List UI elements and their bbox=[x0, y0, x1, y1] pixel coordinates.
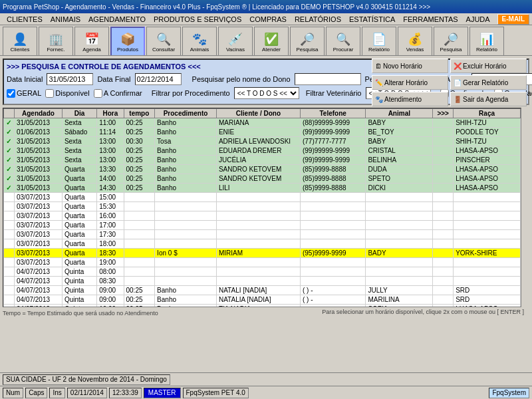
row-cell-tel bbox=[300, 277, 365, 286]
toolbar-vacinas[interactable]: 💉Vacinas bbox=[218, 27, 253, 56]
table-row[interactable]: 04/07/2013Quinta08:30 bbox=[4, 277, 521, 286]
table-row[interactable]: 03/07/2013Quarta19:00 bbox=[4, 258, 521, 267]
row-check-cell bbox=[4, 295, 15, 305]
data-inicial-input[interactable] bbox=[47, 73, 93, 85]
table-row[interactable]: ✓31/05/2013Quarta13:3000:25BanhoSANDRO K… bbox=[4, 165, 521, 174]
col-tempo: tempo bbox=[124, 109, 155, 118]
row-cell-tel: ( ) - bbox=[300, 286, 365, 295]
row-cell-tempo: 00:25 bbox=[124, 156, 155, 165]
toolbar-clientes[interactable]: 👤Clientes bbox=[3, 27, 37, 56]
menu-ferramentas[interactable]: FERRAMENTAS bbox=[399, 13, 462, 25]
table-row[interactable]: 03/07/2013Quarta15:30 bbox=[4, 202, 521, 211]
table-row[interactable]: ✓31/05/2013Sexta11:0000:25BanhoMARIANA(8… bbox=[4, 118, 521, 128]
table-row[interactable]: ✓31/05/2013Sexta13:0000:25BanhoJUCÉLIA(9… bbox=[4, 156, 521, 165]
footnote-right: Para selecionar um horário disponível, c… bbox=[322, 309, 524, 315]
aconfirmar-checkbox-label[interactable]: A Confirmar bbox=[94, 89, 142, 98]
row-cell-animal: DUDA bbox=[366, 165, 433, 174]
row-cell-animal: JULLY bbox=[366, 286, 433, 295]
status-master: MASTER bbox=[144, 388, 181, 398]
table-row[interactable]: ✓31/05/2013Quarta14:0000:25BanhoSANDRO K… bbox=[4, 174, 521, 184]
row-cell-hora: 18:00 bbox=[97, 239, 124, 249]
row-cell-proc: Banho bbox=[155, 286, 217, 295]
atendimento-button[interactable]: 🐾 Atendimento bbox=[372, 92, 448, 106]
toolbar-vendas[interactable]: 💰Vendas bbox=[398, 27, 432, 56]
email-button[interactable]: E-MAIL bbox=[497, 14, 529, 25]
table-row[interactable]: 03/07/2013Quarta15:00 bbox=[4, 193, 521, 202]
row-cell-animal bbox=[366, 277, 433, 286]
row-cell-tempo: 00:25 bbox=[124, 295, 155, 305]
menu-clientes[interactable]: CLIENTES bbox=[3, 13, 47, 25]
pesquisar-dono-input[interactable] bbox=[295, 73, 361, 85]
row-cell-tel: (85)9999-8888 bbox=[300, 184, 365, 193]
row-cell-hora: 13:30 bbox=[97, 165, 124, 174]
menu-animais[interactable]: ANIMAIS bbox=[47, 13, 84, 25]
row-cell-dono: JUCÉLIA bbox=[216, 156, 300, 165]
row-cell-proc: Banho bbox=[155, 146, 217, 156]
aconfirmar-checkbox[interactable] bbox=[94, 89, 102, 98]
menu-relatorios[interactable]: RELATÓRIOS bbox=[291, 13, 345, 25]
excluir-horario-button[interactable]: ❌ Excluir Horário bbox=[450, 59, 527, 73]
toolbar-relatorio1[interactable]: 📄Relatório bbox=[362, 27, 396, 56]
table-row[interactable]: 04/07/2013Quinta10:0000:25BanhoTIA NADIA… bbox=[4, 305, 521, 308]
menu-estatistica[interactable]: ESTATÍSTICA bbox=[345, 13, 399, 25]
table-row[interactable]: ✓31/05/2013Sexta13:0000:25BanhoEDUARDA D… bbox=[4, 146, 521, 156]
appointments-table-container[interactable]: Agendado Dia Hora tempo Procedimento Cli… bbox=[3, 108, 521, 307]
row-cell-dono bbox=[216, 221, 300, 230]
table-row[interactable]: 03/07/2013Quarta18:00 bbox=[4, 239, 521, 249]
toolbar-procurar[interactable]: 🔍Procurar bbox=[326, 27, 360, 56]
row-cell-extra bbox=[433, 286, 454, 295]
table-row[interactable]: ✓31/05/2013Quarta14:3000:25BanhoLILI(85)… bbox=[4, 184, 521, 193]
table-row[interactable]: 03/07/2013Quarta16:00 bbox=[4, 211, 521, 221]
toolbar-pesquisa1[interactable]: 🔎Pesquisa bbox=[290, 27, 325, 56]
menu-ajuda[interactable]: AJUDA bbox=[462, 13, 494, 25]
data-final-input[interactable] bbox=[135, 73, 182, 85]
toolbar-agenda[interactable]: 📅Agenda bbox=[74, 27, 109, 56]
row-cell-animal bbox=[366, 193, 433, 202]
table-row[interactable]: 04/07/2013Quinta08:00 bbox=[4, 267, 521, 277]
row-cell-extra bbox=[433, 277, 454, 286]
toolbar-relatorio2[interactable]: 📊Relatório bbox=[469, 27, 504, 56]
status-current-date: 02/11/2014 bbox=[67, 388, 107, 398]
novo-horario-button[interactable]: 🗓 Novo Horário bbox=[372, 59, 448, 73]
row-cell-hora: 17:00 bbox=[97, 221, 124, 230]
table-row[interactable]: 03/07/2013Quarta17:30 bbox=[4, 230, 521, 239]
row-cell-dono: SANDRO KETOVEM bbox=[216, 165, 300, 174]
row-cell-tel bbox=[300, 305, 365, 308]
row-cell-tempo: 00:25 bbox=[124, 174, 155, 184]
table-row[interactable]: 03/07/2013Quarta17:00 bbox=[4, 221, 521, 230]
menu-produtos[interactable]: PRODUTOS E SERVIÇOS bbox=[150, 13, 245, 25]
row-cell-extra bbox=[433, 249, 454, 258]
geral-checkbox[interactable] bbox=[7, 89, 15, 98]
edit-icon: ✏️ bbox=[375, 79, 383, 86]
toolbar-atender[interactable]: ✅Atender bbox=[254, 27, 289, 56]
table-row[interactable]: 04/07/2013Quinta09:0000:25BanhoNATALIA [… bbox=[4, 295, 521, 305]
geral-checkbox-label[interactable]: GERAL bbox=[7, 89, 41, 98]
row-cell-raca: POODLE TOY bbox=[454, 128, 521, 137]
disponivel-checkbox[interactable] bbox=[45, 89, 54, 98]
table-row[interactable]: ✓01/06/2013Sábado11:1400:25BanhoENIE(99)… bbox=[4, 128, 521, 137]
table-row[interactable]: 04/07/2013Quinta09:0000:25BanhoNATALI [N… bbox=[4, 286, 521, 295]
disponivel-checkbox-label[interactable]: Disponível bbox=[45, 89, 89, 98]
toolbar-fornec[interactable]: 🏢Fornec. bbox=[39, 27, 73, 56]
row-cell-dia: Quinta bbox=[62, 295, 96, 305]
status-fpq: FpqSystem bbox=[489, 388, 529, 398]
toolbar-consultar[interactable]: 🔍Consultar bbox=[146, 27, 181, 56]
toolbar-produtos[interactable]: 📦Produtos bbox=[110, 27, 145, 56]
table-row[interactable]: 03/07/2013Quarta18:30Ion 0 $MIRIAM(95)99… bbox=[4, 249, 521, 258]
row-cell-animal: BABY bbox=[366, 118, 433, 128]
menu-agendamento[interactable]: AGENDAMENTO bbox=[84, 13, 150, 25]
row-cell-extra bbox=[433, 267, 454, 277]
row-cell-dia: Sexta bbox=[62, 146, 96, 156]
row-cell-tel bbox=[300, 211, 365, 221]
toolbar-pesquisa2[interactable]: 🔎Pesquisa bbox=[434, 27, 468, 56]
sair-agenda-button[interactable]: 🚪 Sair da Agenda bbox=[450, 92, 527, 106]
table-row[interactable]: ✓31/05/2013Sexta13:0000:30TosaADRIELA LE… bbox=[4, 137, 521, 146]
menu-compras[interactable]: COMPRAS bbox=[245, 13, 291, 25]
gerar-relatorio-button[interactable]: 📄 Gerar Relatório bbox=[450, 75, 527, 90]
toolbar-animais[interactable]: 🐾Animais bbox=[182, 27, 217, 56]
row-check-cell: ✓ bbox=[4, 128, 15, 137]
filtrar-proc-select[interactable]: << T O D O S << bbox=[234, 87, 299, 99]
alterar-horario-button[interactable]: ✏️ Alterar Horário bbox=[372, 75, 448, 90]
row-cell-raca bbox=[454, 221, 521, 230]
row-cell-extra bbox=[433, 184, 454, 193]
